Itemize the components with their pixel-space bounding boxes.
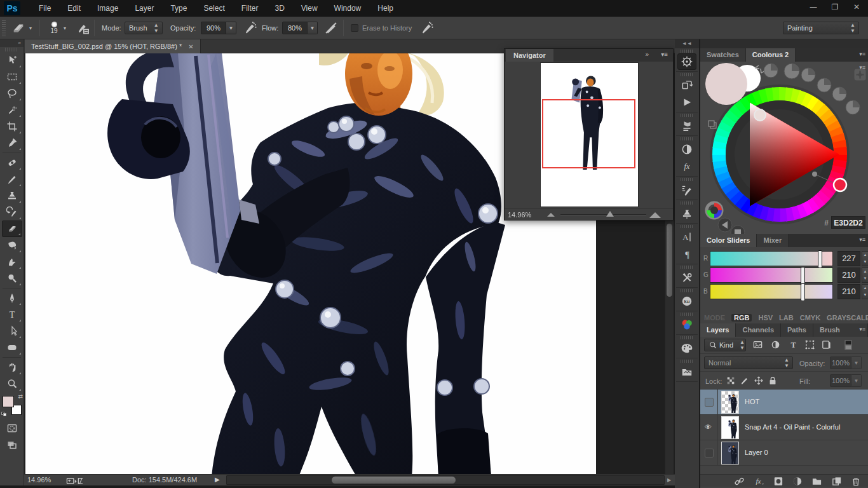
close-button[interactable]: ✕ [850, 3, 863, 11]
layer-row-3[interactable]: Layer 0 [700, 440, 868, 466]
screen-mode-button[interactable] [2, 437, 22, 453]
zoom-in-mountain-icon[interactable] [649, 212, 661, 219]
panel-icon-mixer-palette[interactable] [677, 340, 696, 356]
dodge-tool[interactable] [2, 270, 22, 287]
tab-channels[interactable]: Channels [736, 323, 781, 337]
healing-tool[interactable] [2, 154, 22, 171]
channel-slider-track[interactable] [710, 251, 833, 266]
panel-icon-kuler[interactable]: ku [677, 293, 696, 309]
channel-stepper[interactable]: ▲▼ [862, 284, 868, 299]
tab-menu-icon[interactable]: ▾≡ [859, 236, 865, 243]
link-layers-icon[interactable] [733, 476, 745, 487]
layer-visible-eye-icon[interactable]: 👁 [705, 423, 712, 431]
smudge-tool[interactable] [2, 254, 22, 270]
filter-smart-objects-icon[interactable] [821, 339, 832, 350]
layer-opacity-value[interactable]: 100%▼ [830, 356, 862, 369]
tools-grip[interactable] [5, 48, 18, 51]
panel-icon-paragraph[interactable]: ¶ [677, 246, 696, 262]
quick-mask-button[interactable] [2, 420, 22, 437]
filter-adjustment-layers-icon[interactable] [770, 339, 781, 350]
filter-toggle-icon[interactable] [843, 339, 854, 351]
layer-name[interactable]: HOT [745, 398, 759, 405]
layer-hidden-checkbox[interactable] [705, 449, 714, 458]
layer-fill-value[interactable]: 100%▼ [830, 374, 862, 387]
channel-value[interactable]: 210 [837, 268, 860, 283]
menu-select[interactable]: Select [195, 0, 233, 17]
panel-icon-helm-wheel[interactable] [677, 53, 696, 70]
panel-icon-library-folder[interactable] [677, 363, 696, 380]
add-mask-icon[interactable] [773, 476, 784, 487]
new-group-icon[interactable] [811, 476, 823, 487]
hex-value-field[interactable]: E3D2D2 [831, 216, 865, 229]
menu-filter[interactable]: Filter [233, 0, 267, 17]
new-layer-icon[interactable] [831, 476, 843, 487]
lock-position-icon[interactable] [754, 376, 764, 386]
mode-grayscale[interactable]: GRAYSCALE [827, 314, 868, 322]
shape-tool[interactable] [2, 339, 22, 356]
status-zoom-level[interactable]: 14.96% [27, 476, 51, 484]
layer-name[interactable]: Snap Art 4 - Oil Paint - Colorful [745, 423, 840, 431]
navigator-zoom-value[interactable]: 14.96% [508, 211, 531, 219]
panel-icon-clone-history[interactable] [677, 77, 696, 93]
layer-thumbnail[interactable] [722, 391, 738, 413]
menu-window[interactable]: Window [326, 0, 370, 17]
foreground-color-swatch[interactable] [3, 396, 14, 407]
brush-tool[interactable] [2, 171, 22, 187]
opacity-value[interactable]: 90%▼ [201, 17, 236, 39]
menu-image[interactable]: Image [89, 0, 126, 17]
wand-tool[interactable] [2, 102, 22, 118]
navigator-collapse-icon[interactable]: » [645, 51, 649, 58]
type-tool[interactable]: T [2, 306, 22, 323]
navigator-menu-icon[interactable]: ▾≡ [661, 51, 668, 58]
hscroll-right-arrow[interactable]: ▶ [667, 477, 671, 483]
visibility-column[interactable]: 👁 [700, 415, 718, 440]
eraser-tool[interactable] [2, 220, 22, 237]
tab-swatches[interactable]: Swatches [700, 48, 746, 62]
tab-close-icon[interactable]: ✕ [188, 43, 193, 50]
channel-slider-marker[interactable] [801, 283, 805, 301]
channel-value[interactable]: 210 [837, 284, 860, 299]
eyedropper-tool[interactable] [2, 135, 22, 151]
panel-icon-tool-presets[interactable] [677, 118, 696, 134]
channel-value[interactable]: 227 [837, 251, 860, 266]
strip-collapse-button[interactable]: ◄◄ [675, 39, 699, 48]
hand-tool[interactable] [2, 359, 22, 376]
channel-slider-track[interactable] [710, 268, 833, 283]
menu-view[interactable]: View [293, 0, 326, 17]
layer-style-icon[interactable]: fx [753, 476, 765, 487]
brush-panel-toggle[interactable] [75, 17, 90, 39]
mode-dropdown[interactable]: Brush▲▼ [125, 17, 163, 39]
panel-icon-character[interactable]: A [677, 229, 696, 245]
adjustment-layer-icon[interactable] [792, 476, 803, 487]
layer-row-1[interactable]: HOT [700, 390, 868, 415]
panel-icon-adjustments[interactable] [677, 141, 696, 158]
document-tab[interactable]: TestStuff_BIG_002.psd @ 15% (HOT, RGB/8#… [25, 39, 201, 53]
layer-filter-kind[interactable]: Kind▲▼ [704, 339, 746, 351]
flow-value[interactable]: 80%▼ [282, 17, 318, 39]
tab-coolorus-2[interactable]: Coolorus 2 [746, 48, 796, 62]
tab-paths[interactable]: Paths [781, 323, 813, 337]
panel-icon-styles-fx[interactable]: fx [677, 158, 696, 175]
swap-colors-icon[interactable]: ⇄ [18, 393, 23, 400]
filter-pixel-layers-icon[interactable] [752, 339, 763, 350]
move-tool[interactable] [2, 52, 22, 69]
mode-hsv[interactable]: HSV [758, 314, 773, 322]
filter-type-layers-icon[interactable]: T [788, 339, 799, 350]
layer-name[interactable]: Layer 0 [745, 449, 768, 456]
navigator-zoom-slider[interactable] [560, 214, 646, 216]
stamp-tool[interactable] [2, 187, 22, 204]
history-brush-tool[interactable] [2, 204, 22, 220]
zoom-tool[interactable] [2, 376, 22, 392]
visibility-column[interactable] [700, 440, 718, 466]
tab-color-sliders[interactable]: Color Sliders [700, 234, 757, 247]
layer-hidden-checkbox[interactable] [705, 398, 714, 407]
crop-tool[interactable] [2, 118, 22, 135]
workspace-dropdown[interactable]: Painting▲▼ [783, 17, 859, 39]
zoom-out-mountain-icon[interactable] [546, 212, 555, 217]
erase-to-history-checkbox[interactable]: Erase to History [351, 17, 412, 39]
tab-mixer[interactable]: Mixer [757, 234, 789, 247]
navigator-view-rectangle[interactable] [542, 99, 635, 168]
color-swatches[interactable]: ⇄ [1, 395, 23, 416]
menu-edit[interactable]: Edit [59, 0, 89, 17]
marquee-tool[interactable] [2, 69, 22, 85]
